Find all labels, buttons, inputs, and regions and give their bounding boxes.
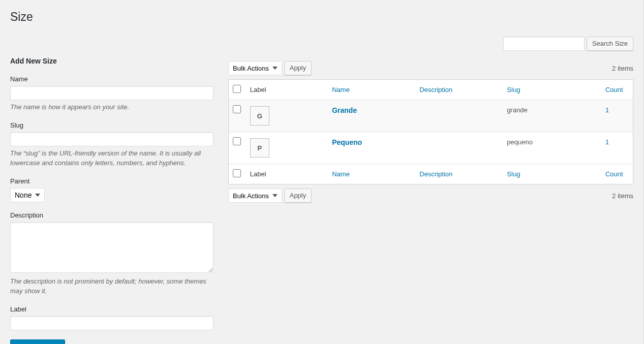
- table-row: G Grande grande 1: [229, 100, 633, 132]
- size-table: Label Name Description Slug Count G Gran…: [228, 79, 633, 184]
- parent-label: Parent: [10, 177, 218, 185]
- apply-button-bottom[interactable]: Apply: [284, 189, 312, 203]
- description-textarea[interactable]: [10, 222, 213, 273]
- col-count-footer[interactable]: Count: [605, 170, 623, 178]
- table-row: P Pequeno pequeno 1: [229, 132, 633, 164]
- description-hint: The description is not prominent by defa…: [10, 276, 213, 296]
- parent-select[interactable]: None: [10, 188, 45, 202]
- add-new-form: Add New Size Name The name is how it app…: [10, 57, 228, 344]
- row-name-link[interactable]: Pequeno: [332, 138, 362, 146]
- col-label-footer: Label: [245, 164, 327, 184]
- col-label-header: Label: [245, 80, 327, 100]
- page-title: Size: [10, 10, 633, 24]
- row-description: [414, 132, 502, 164]
- slug-input[interactable]: [10, 132, 213, 146]
- row-name-link[interactable]: Grande: [332, 106, 357, 114]
- col-description-header[interactable]: Description: [419, 86, 452, 93]
- description-label: Description: [10, 211, 218, 219]
- row-slug: grande: [502, 100, 600, 132]
- bulk-actions-select-bottom[interactable]: Bulk Actions: [228, 189, 282, 203]
- row-checkbox[interactable]: [233, 105, 241, 113]
- swatch-label-label: Label: [10, 305, 218, 313]
- select-all-top[interactable]: [233, 85, 241, 93]
- submit-button[interactable]: Add New Size: [10, 339, 65, 345]
- swatch: P: [250, 138, 269, 158]
- name-hint: The name is how it appears on your site.: [10, 102, 213, 112]
- col-count-header[interactable]: Count: [605, 86, 623, 93]
- row-description: [414, 100, 502, 132]
- search-box: Search Size: [503, 37, 633, 51]
- row-checkbox[interactable]: [233, 137, 241, 145]
- form-heading: Add New Size: [10, 57, 218, 65]
- slug-hint: The “slug” is the URL-friendly version o…: [10, 148, 213, 168]
- row-slug: pequeno: [502, 132, 600, 164]
- search-button[interactable]: Search Size: [587, 37, 633, 51]
- search-input[interactable]: [503, 37, 585, 51]
- items-count-top: 2 items: [612, 65, 633, 72]
- swatch-label-input[interactable]: [10, 316, 213, 330]
- apply-button-top[interactable]: Apply: [284, 61, 312, 75]
- name-label: Name: [10, 75, 218, 83]
- col-name-header[interactable]: Name: [332, 86, 350, 93]
- col-slug-footer[interactable]: Slug: [507, 170, 520, 178]
- tablenav-top: Bulk Actions Apply 2 items: [228, 57, 633, 79]
- row-count-link[interactable]: 1: [605, 106, 609, 114]
- col-name-footer[interactable]: Name: [332, 170, 350, 178]
- col-slug-header[interactable]: Slug: [507, 86, 520, 93]
- bulk-actions-select-top[interactable]: Bulk Actions: [228, 61, 282, 75]
- slug-label: Slug: [10, 121, 218, 129]
- col-description-footer[interactable]: Description: [419, 170, 452, 178]
- tablenav-bottom: Bulk Actions Apply 2 items: [228, 184, 633, 207]
- name-input[interactable]: [10, 86, 213, 100]
- select-all-bottom[interactable]: [233, 169, 241, 177]
- row-count-link[interactable]: 1: [605, 138, 609, 146]
- items-count-bottom: 2 items: [612, 192, 633, 200]
- swatch: G: [250, 106, 269, 126]
